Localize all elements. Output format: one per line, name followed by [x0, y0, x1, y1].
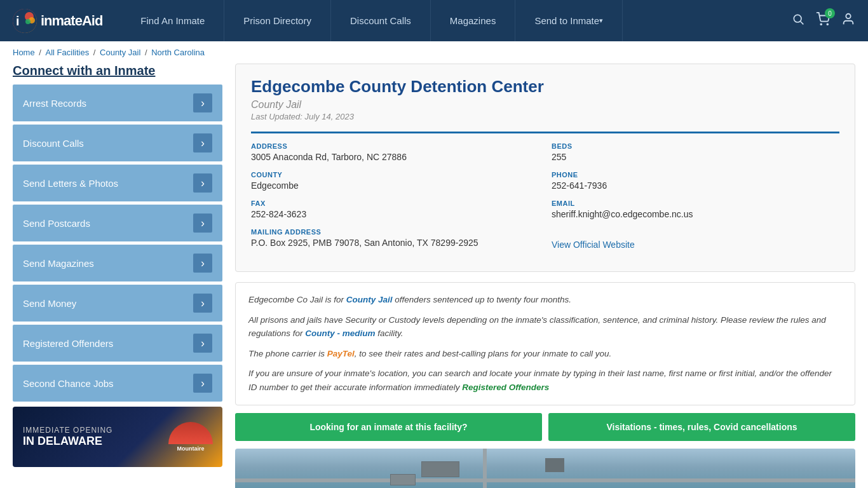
email-block: EMAIL sheriff.knight@co.edgecombe.nc.us [552, 200, 839, 219]
fax-block: FAX 252-824-3623 [251, 200, 539, 219]
sidebar-item-second-chance[interactable]: Second Chance Jobs › [13, 365, 222, 402]
arrow-icon: › [193, 294, 212, 313]
county-jail-link[interactable]: County Jail [346, 295, 393, 304]
desc-4: If you are unsure of your inmate's locat… [248, 367, 842, 394]
phone-label: PHONE [552, 171, 839, 179]
svg-point-8 [827, 24, 828, 25]
breadcrumb-all-facilities[interactable]: All Facilities [46, 48, 90, 57]
page-body: Connect with an Inmate Arrest Records › … [0, 64, 868, 488]
nav-find-inmate[interactable]: Find An Inmate [121, 0, 224, 41]
svg-point-7 [820, 24, 822, 25]
search-icon[interactable] [792, 13, 804, 29]
find-inmate-button[interactable]: Looking for an inmate at this facility? [235, 413, 542, 441]
county-label: COUNTY [251, 171, 539, 179]
address-value: 3005 Anaconda Rd, Tarboro, NC 27886 [251, 152, 539, 162]
breadcrumb: Home / All Facilities / County Jail / No… [0, 41, 868, 64]
phone-block: PHONE 252-641-7936 [552, 171, 839, 191]
fax-value: 252-824-3623 [251, 209, 539, 219]
cart-icon[interactable]: 0 [816, 12, 830, 29]
main-content: Edgecombe County Detention Center County… [235, 64, 855, 488]
arrow-icon: › [193, 374, 212, 393]
county-block: COUNTY Edgecombe [251, 171, 539, 191]
county-medium-link[interactable]: County - medium [305, 329, 375, 338]
breadcrumb-county-jail[interactable]: County Jail [100, 48, 140, 57]
sidebar-item-send-money[interactable]: Send Money › [13, 285, 222, 322]
sidebar-item-registered-offenders[interactable]: Registered Offenders › [13, 325, 222, 362]
main-nav: i inmateAid Find An Inmate Prison Direct… [0, 0, 868, 41]
facility-type: County Jail [251, 99, 839, 111]
address-block: ADDRESS 3005 Anaconda Rd, Tarboro, NC 27… [251, 142, 539, 162]
facility-image [235, 449, 855, 488]
beds-block: BEDS 255 [552, 142, 839, 162]
arrow-icon: › [193, 173, 212, 193]
website-block: View Official Website [552, 228, 839, 250]
breadcrumb-north-carolina[interactable]: North Carolina [151, 48, 205, 57]
facility-name: Edgecombe County Detention Center [251, 77, 839, 97]
sidebar-item-send-letters[interactable]: Send Letters & Photos › [13, 165, 222, 201]
cta-buttons: Looking for an inmate at this facility? … [235, 413, 855, 441]
logo-text: inmateAid [41, 13, 102, 29]
desc-2: All prisons and jails have Security or C… [248, 313, 842, 341]
svg-point-9 [846, 14, 850, 18]
nav-magazines[interactable]: Magazines [431, 0, 516, 41]
mailing-label: MAILING ADDRESS [251, 228, 539, 236]
info-grid: ADDRESS 3005 Anaconda Rd, Tarboro, NC 27… [251, 132, 839, 250]
logo[interactable]: i inmateAid [13, 9, 102, 33]
fax-label: FAX [251, 200, 539, 207]
paytel-link[interactable]: PayTel [327, 349, 355, 358]
beds-label: BEDS [552, 142, 839, 150]
facility-updated: Last Updated: July 14, 2023 [251, 112, 839, 121]
email-label: EMAIL [552, 200, 839, 207]
ad-logo: Mountaire [165, 418, 216, 456]
arrow-icon: › [193, 254, 212, 273]
nav-icons: 0 [792, 12, 855, 29]
mailing-value: P.O. Box 2925, PMB 79078, San Antonio, T… [251, 238, 539, 248]
phone-value: 252-641-7936 [552, 180, 839, 191]
breadcrumb-home[interactable]: Home [13, 48, 35, 57]
logo-icon: i [13, 9, 37, 33]
cart-badge: 0 [825, 8, 835, 18]
mailing-block: MAILING ADDRESS P.O. Box 2925, PMB 79078… [251, 228, 539, 250]
svg-point-5 [794, 15, 801, 22]
arrow-icon: › [193, 334, 212, 353]
facility-card: Edgecombe County Detention Center County… [235, 64, 855, 272]
arrow-icon: › [193, 214, 212, 233]
desc-1: Edgecombe Co Jail is for County Jail off… [248, 293, 842, 307]
sidebar: Connect with an Inmate Arrest Records › … [13, 64, 222, 488]
email-value: sheriff.knight@co.edgecombe.nc.us [552, 209, 839, 219]
beds-value: 255 [552, 152, 839, 162]
nav-links: Find An Inmate Prison Directory Discount… [121, 0, 792, 41]
svg-text:i: i [16, 14, 20, 28]
svg-line-6 [801, 22, 804, 25]
arrow-icon: › [193, 133, 212, 152]
nav-prison-directory[interactable]: Prison Directory [224, 0, 331, 41]
sidebar-item-send-postcards[interactable]: Send Postcards › [13, 205, 222, 241]
website-link[interactable]: View Official Website [552, 240, 635, 250]
svg-point-4 [25, 19, 31, 24]
arrow-icon: › [193, 93, 212, 112]
county-value: Edgecombe [251, 180, 539, 191]
sidebar-item-arrest-records[interactable]: Arrest Records › [13, 85, 222, 121]
sidebar-item-send-magazines[interactable]: Send Magazines › [13, 245, 222, 281]
visitations-button[interactable]: Visitations - times, rules, Covid cancel… [548, 413, 855, 441]
nav-send-to-inmate[interactable]: Send to Inmate [515, 0, 623, 41]
address-label: ADDRESS [251, 142, 539, 150]
registered-offenders-link[interactable]: Registered Offenders [462, 383, 549, 392]
ad-banner[interactable]: IMMEDIATE OPENING IN DELAWARE Mountaire [13, 407, 222, 467]
sidebar-item-discount-calls[interactable]: Discount Calls › [13, 125, 222, 161]
user-icon[interactable] [841, 12, 855, 29]
desc-3: The phone carrier is PayTel, to see thei… [248, 347, 842, 361]
nav-discount-calls[interactable]: Discount Calls [331, 0, 431, 41]
sidebar-title: Connect with an Inmate [13, 64, 222, 78]
description-section: Edgecombe Co Jail is for County Jail off… [235, 282, 855, 405]
